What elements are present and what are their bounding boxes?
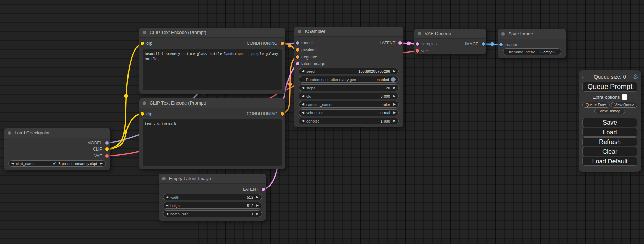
input-label-clip: clip [146,111,152,116]
widget-height[interactable]: ◀ height 512 ▶ [163,202,262,209]
extra-options-checkbox[interactable] [622,94,627,100]
link-midpoint-dot [491,42,494,46]
output-slot-image[interactable] [482,42,485,46]
widget-scheduler[interactable]: ◀ scheduler normal ▶ [299,109,399,116]
arrow-right-icon[interactable]: ▶ [256,194,259,200]
widget-value: 512 [247,195,253,199]
arrow-left-icon[interactable]: ◀ [302,109,304,116]
collapse-dot-icon[interactable] [501,32,505,36]
view-queue-button[interactable]: View Queue [611,102,637,108]
node-load-checkpoint[interactable]: Load Checkpoint MODEL CLIP VAE ◀ ckpt_na… [4,128,110,170]
output-slot-vae[interactable] [105,154,109,158]
input-label-positive: positive [301,47,316,52]
node-empty-latent-image[interactable]: Empty Latent Image LATENT ◀ width 512 ▶ … [159,174,266,221]
input-label-latent-image: latent_image [301,61,325,66]
node-title-bar[interactable]: KSampler [294,27,403,37]
prompt-textarea[interactable]: beautiful scenery nature glass bottle la… [143,49,282,90]
widget-random-seed-toggle[interactable]: Random seed after every gen enabled [299,76,399,83]
node-vae-decode[interactable]: VAE Decode samples vae IMAGE [414,29,486,54]
link-midpoint-dot [124,130,127,134]
node-title-bar[interactable]: Save Image [498,29,566,39]
input-slot-clip[interactable] [141,42,144,45]
input-slot-images[interactable] [499,43,503,46]
arrow-right-icon[interactable]: ▶ [256,210,259,217]
node-title-bar[interactable]: Load Checkpoint [4,128,110,138]
node-title-bar[interactable]: CLIP Text Encode (Prompt) [139,98,285,108]
widget-steps[interactable]: ◀ steps 20 ▶ [299,84,399,91]
output-slot-latent[interactable] [398,41,402,45]
arrow-right-icon[interactable]: ▶ [393,109,396,116]
input-slot-latent-image[interactable] [296,62,299,65]
widget-ckpt-name[interactable]: ◀ ckpt_name v1-5-pruned-emaonly.ckpt ▶ [8,160,106,167]
arrow-left-icon[interactable]: ◀ [302,101,304,108]
arrow-right-icon[interactable]: ▶ [100,160,103,167]
widget-label: filename_prefix [509,50,535,54]
queue-prompt-button[interactable]: Queue Prompt [582,82,637,92]
node-ksampler[interactable]: KSampler model positive negative latent_… [294,27,403,127]
widget-label: ckpt_name [16,162,35,166]
output-slot-conditioning[interactable] [281,42,284,45]
node-clip-text-encode-positive[interactable]: CLIP Text Encode (Prompt) clip CONDITION… [139,28,285,94]
output-slot-conditioning[interactable] [281,112,284,116]
widget-value: v1-5-pruned-emaonly.ckpt [53,162,97,166]
node-title-bar[interactable]: CLIP Text Encode (Prompt) [139,28,285,38]
arrow-left-icon[interactable]: ◀ [302,93,304,99]
output-slot-clip[interactable] [105,147,109,151]
widget-seed[interactable]: ◀ seed 156680208700286 ▶ [299,68,399,74]
input-slot-samples[interactable] [416,42,419,46]
arrow-left-icon[interactable]: ◀ [166,202,168,209]
input-slot-positive[interactable] [296,48,299,52]
widget-value: 1.000 [381,119,390,123]
widget-sampler-name[interactable]: ◀ sampler_name euler ▶ [299,101,399,108]
widget-value: 20 [386,86,390,90]
input-slot-vae[interactable] [416,49,419,53]
view-history-button[interactable]: View History [594,109,625,114]
widget-width[interactable]: ◀ width 512 ▶ [163,194,262,200]
prompt-textarea[interactable]: text, watermark [143,119,282,166]
input-label-model: model [301,40,313,45]
output-label-latent: LATENT [243,187,258,192]
output-slot-model[interactable] [105,141,109,145]
node-graph-canvas[interactable]: Load Checkpoint MODEL CLIP VAE ◀ ckpt_na… [0,0,644,244]
node-save-image[interactable]: Save Image images filename_prefix ComfyU… [498,29,566,58]
widget-label: width [170,195,179,199]
collapse-dot-icon[interactable] [162,177,166,180]
arrow-right-icon[interactable]: ▶ [393,93,396,99]
input-slot-clip[interactable] [141,112,144,116]
collapse-dot-icon[interactable] [143,101,146,105]
toggle-dot-icon[interactable] [391,77,396,82]
widget-denoise[interactable]: ◀ denoise 1.000 ▶ [299,118,399,124]
input-slot-negative[interactable] [296,55,299,59]
load-button[interactable]: Load [582,128,637,137]
arrow-left-icon[interactable]: ◀ [302,84,304,91]
widget-batch-size[interactable]: ◀ batch_size 1 ▶ [163,210,262,217]
arrow-left-icon[interactable]: ◀ [11,160,14,167]
clear-button[interactable]: Clear [582,147,637,156]
arrow-right-icon[interactable]: ▶ [256,202,259,209]
arrow-right-icon[interactable]: ▶ [393,101,396,108]
collapse-dot-icon[interactable] [418,32,421,35]
queue-front-button[interactable]: Queue Front [582,102,610,108]
save-button[interactable]: Save [582,118,637,127]
widget-filename-prefix[interactable]: filename_prefix ComfyUI [503,48,561,55]
load-default-button[interactable]: Load Default [582,157,637,166]
arrow-right-icon[interactable]: ▶ [393,84,396,91]
node-clip-text-encode-negative[interactable]: CLIP Text Encode (Prompt) clip CONDITION… [139,98,285,169]
output-slot-latent[interactable] [262,188,265,191]
gear-icon[interactable]: ⚙ [633,73,638,81]
arrow-left-icon[interactable]: ◀ [302,118,304,124]
input-slot-model[interactable] [296,41,299,45]
node-title-bar[interactable]: VAE Decode [414,29,486,39]
widget-value: 156680208700286 [358,69,390,73]
collapse-dot-icon[interactable] [143,31,146,34]
arrow-right-icon[interactable]: ▶ [393,118,396,124]
refresh-button[interactable]: Refresh [582,137,637,146]
node-title-bar[interactable]: Empty Latent Image [159,174,266,184]
collapse-dot-icon[interactable] [298,30,301,33]
arrow-right-icon[interactable]: ▶ [393,68,396,74]
arrow-left-icon[interactable]: ◀ [166,194,168,200]
collapse-dot-icon[interactable] [8,131,11,135]
arrow-left-icon[interactable]: ◀ [166,210,168,217]
arrow-left-icon[interactable]: ◀ [302,68,304,74]
widget-cfg[interactable]: ◀ cfg 8.000 ▶ [299,93,399,99]
